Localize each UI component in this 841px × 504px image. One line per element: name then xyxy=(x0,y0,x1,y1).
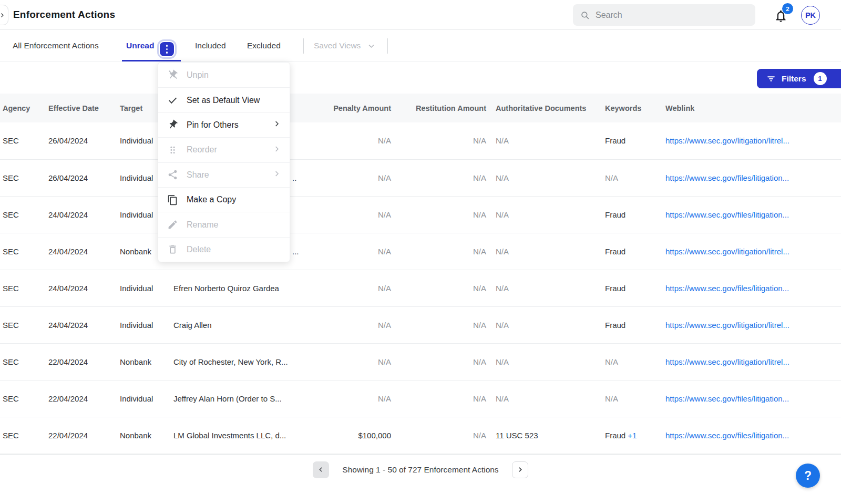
saved-views-dropdown[interactable]: Saved Views xyxy=(314,30,375,61)
chevron-down-icon xyxy=(367,42,375,50)
tab-all-enforcement-actions[interactable]: All Enforcement Actions xyxy=(13,30,99,61)
column-header-keywords: Keywords xyxy=(603,94,663,122)
menu-item-set-as-default-view[interactable]: Set as Default View xyxy=(158,87,290,112)
menu-item-label: Share xyxy=(187,170,209,180)
menu-item-unpin: Unpin xyxy=(158,63,290,87)
table-row[interactable]: SEC 22/04/2024 Individual Jeffrey Alan H… xyxy=(0,380,841,417)
keyword-label: Fraud xyxy=(605,284,625,293)
search-input[interactable] xyxy=(596,11,748,20)
weblink-link[interactable]: https://www.sec.gov/files/litigation... xyxy=(665,173,789,182)
cell-restitution-amount: N/A xyxy=(393,343,488,380)
next-page-button[interactable] xyxy=(512,461,528,478)
cell-penalty-amount: N/A xyxy=(315,306,393,343)
filter-row: Filters 1 xyxy=(0,61,841,94)
table-header-row: Agency Effective Date Target Penalty Amo… xyxy=(0,94,841,122)
enforcement-actions-page: Enforcement Actions 2 PK All Enforcement… xyxy=(0,0,841,504)
cell-penalty-amount: N/A xyxy=(315,380,393,417)
cell-agency: SEC xyxy=(0,196,47,233)
menu-item-delete: Delete xyxy=(158,237,290,262)
weblink-link[interactable]: https://www.sec.gov/files/litigation... xyxy=(665,431,789,440)
target-name-overflow: ... xyxy=(292,247,299,256)
table-row[interactable]: SEC 24/04/2024 Individual N/A N/A N/A Fr… xyxy=(0,196,841,233)
cell-authoritative-documents: N/A xyxy=(488,122,603,159)
cell-restitution-amount: N/A xyxy=(393,306,488,343)
copy-icon xyxy=(167,194,178,205)
tab-included[interactable]: Included xyxy=(195,30,226,61)
menu-item-label: Delete xyxy=(187,245,211,254)
pencil-icon xyxy=(167,219,178,230)
weblink-link[interactable]: https://www.sec.gov/files/litigation... xyxy=(665,210,789,219)
cell-effective-date: 24/04/2024 xyxy=(47,233,119,270)
search-box[interactable] xyxy=(573,4,755,26)
cell-target: Individual xyxy=(119,380,173,417)
keyword-label: Fraud xyxy=(605,431,625,440)
avatar[interactable]: PK xyxy=(801,6,820,25)
cell-agency: SEC xyxy=(0,233,47,270)
table-row[interactable]: SEC 22/04/2024 Nonbank LM Global Investm… xyxy=(0,417,841,454)
cell-keywords: Fraud+1 xyxy=(603,417,663,454)
cell-keywords: Fraud xyxy=(603,196,663,233)
cell-effective-date: 24/04/2024 xyxy=(47,270,119,306)
sidebar-expand-button[interactable] xyxy=(0,5,8,25)
column-header-penalty-amount: Penalty Amount xyxy=(315,94,393,122)
menu-item-pin-for-others[interactable]: Pin for Others xyxy=(158,112,290,137)
drag-handle-icon xyxy=(167,145,178,156)
menu-item-label: Rename xyxy=(187,220,218,230)
page-title: Enforcement Actions xyxy=(13,9,115,20)
cell-target: Individual xyxy=(119,306,173,343)
cell-weblink: https://www.sec.gov/files/litigation... xyxy=(663,270,841,306)
table-body: SEC 26/04/2024 Individual N/A N/A N/A Fr… xyxy=(0,122,841,454)
cell-effective-date: 22/04/2024 xyxy=(47,417,119,454)
pagination-summary: Showing 1 - 50 of 727 Enforcement Action… xyxy=(342,461,498,478)
cell-authoritative-documents: N/A xyxy=(488,380,603,417)
cell-restitution-amount: N/A xyxy=(393,417,488,454)
weblink-link[interactable]: https://www.sec.gov/files/litigation... xyxy=(665,284,789,293)
chevron-right-icon xyxy=(0,12,5,18)
table-row[interactable]: SEC 22/04/2024 Nonbank City of Rochester… xyxy=(0,343,841,380)
column-header-restitution-amount: Restitution Amount xyxy=(393,94,488,122)
cell-restitution-amount: N/A xyxy=(393,159,488,196)
cell-keywords: N/A xyxy=(603,380,663,417)
weblink-link[interactable]: https://www.sec.gov/litigation/litrel... xyxy=(665,136,789,145)
cell-authoritative-documents: N/A xyxy=(488,343,603,380)
cell-penalty-amount: N/A xyxy=(315,122,393,159)
cell-weblink: https://www.sec.gov/litigation/litrel... xyxy=(663,306,841,343)
keyword-label: N/A xyxy=(605,357,618,366)
keyword-more-badge[interactable]: +1 xyxy=(628,431,637,440)
menu-item-make-a-copy[interactable]: Make a Copy xyxy=(158,187,290,212)
cell-authoritative-documents: N/A xyxy=(488,233,603,270)
filters-label: Filters xyxy=(782,74,806,84)
target-name-overflow: .. xyxy=(292,173,296,182)
cell-keywords: Fraud xyxy=(603,122,663,159)
table-row[interactable]: SEC 24/04/2024 Individual Efren Norberto… xyxy=(0,270,841,306)
table-row[interactable]: SEC 26/04/2024 Individual N/A N/A N/A Fr… xyxy=(0,122,841,159)
weblink-link[interactable]: https://www.sec.gov/files/litigation... xyxy=(665,394,789,403)
filters-button[interactable]: Filters 1 xyxy=(757,69,841,88)
help-button[interactable]: ? xyxy=(796,464,820,488)
cell-agency: SEC xyxy=(0,270,47,306)
submenu-chevron-right-icon xyxy=(273,145,281,155)
notifications-button[interactable]: 2 xyxy=(772,6,792,26)
cell-effective-date: 26/04/2024 xyxy=(47,159,119,196)
cell-agency: SEC xyxy=(0,380,47,417)
weblink-link[interactable]: https://www.sec.gov/litigation/litrel... xyxy=(665,357,789,366)
unread-tab-options-button[interactable] xyxy=(160,42,174,56)
table-row[interactable]: SEC 26/04/2024 Individual .. N/A N/A N/A… xyxy=(0,159,841,196)
tab-divider xyxy=(387,38,388,54)
cell-target: Individual xyxy=(119,270,173,306)
weblink-link[interactable]: https://www.sec.gov/litigation/litrel... xyxy=(665,247,789,256)
tab-unread[interactable]: Unread xyxy=(126,30,154,61)
weblink-link[interactable]: https://www.sec.gov/litigation/litrel... xyxy=(665,321,789,330)
table-row[interactable]: SEC 24/04/2024 Nonbank ... N/A N/A N/A F… xyxy=(0,233,841,270)
previous-page-button[interactable] xyxy=(313,461,329,478)
column-header-weblink: Weblink xyxy=(663,94,841,122)
tab-excluded[interactable]: Excluded xyxy=(247,30,281,61)
app-header: Enforcement Actions 2 PK xyxy=(0,0,841,30)
cell-agency: SEC xyxy=(0,343,47,380)
menu-item-rename: Rename xyxy=(158,212,290,236)
submenu-chevron-right-icon xyxy=(273,120,281,130)
pin-icon xyxy=(167,119,178,130)
keyword-label: N/A xyxy=(605,394,618,403)
table-row[interactable]: SEC 24/04/2024 Individual Craig Allen N/… xyxy=(0,306,841,343)
notification-count-badge: 2 xyxy=(782,3,793,14)
